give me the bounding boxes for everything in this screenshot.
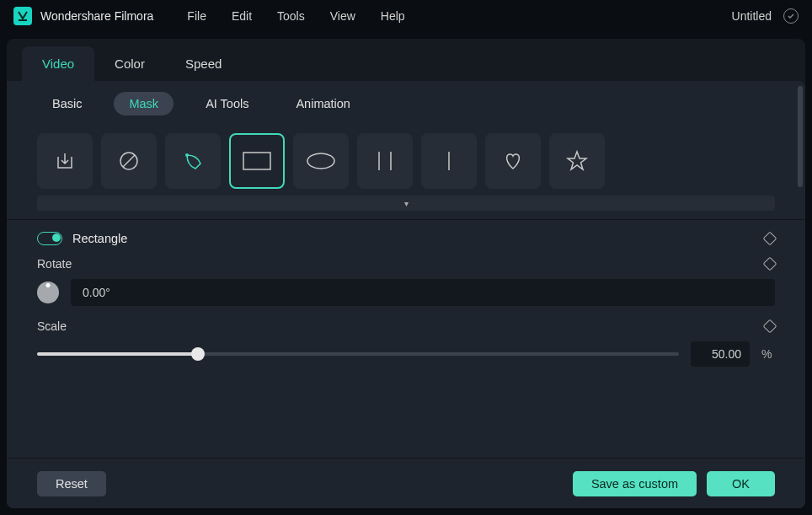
section-toggle[interactable] bbox=[37, 232, 62, 245]
tab-color[interactable]: Color bbox=[94, 46, 165, 81]
rotate-property: Rotate 0.00° bbox=[7, 257, 805, 319]
slider-thumb[interactable] bbox=[191, 347, 205, 361]
mask-pen-button[interactable] bbox=[165, 133, 221, 189]
svg-point-4 bbox=[307, 153, 334, 169]
app-name: Wondershare Filmora bbox=[40, 9, 153, 23]
menu-tools[interactable]: Tools bbox=[277, 9, 305, 23]
tab-speed[interactable]: Speed bbox=[165, 46, 242, 81]
rotate-label: Rotate bbox=[37, 257, 765, 271]
app-logo-icon bbox=[13, 7, 32, 25]
sync-status-icon[interactable] bbox=[783, 8, 799, 24]
save-custom-button[interactable]: Save as custom bbox=[573, 471, 697, 496]
svg-rect-3 bbox=[243, 153, 270, 169]
scale-unit: % bbox=[761, 347, 775, 361]
inspector-panel: Video Color Speed Basic Mask AI Tools An… bbox=[7, 39, 805, 508]
subtab-animation[interactable]: Animation bbox=[280, 92, 365, 115]
main-tabs: Video Color Speed bbox=[7, 39, 805, 81]
ok-button[interactable]: OK bbox=[707, 471, 775, 496]
content-area: Basic Mask AI Tools Animation ▾ bbox=[7, 81, 805, 508]
section-title: Rectangle bbox=[72, 232, 765, 245]
mask-double-line-button[interactable] bbox=[357, 133, 413, 189]
mask-single-line-button[interactable] bbox=[421, 133, 477, 189]
svg-point-2 bbox=[185, 153, 189, 157]
svg-line-1 bbox=[123, 155, 135, 167]
titlebar: Wondershare Filmora File Edit Tools View… bbox=[0, 0, 812, 32]
scrollbar[interactable] bbox=[798, 86, 803, 187]
tab-video[interactable]: Video bbox=[22, 46, 94, 81]
slider-fill bbox=[37, 352, 198, 356]
scale-property: Scale 50.00 % bbox=[7, 319, 805, 380]
mask-heart-button[interactable] bbox=[485, 133, 541, 189]
sub-tabs: Basic Mask AI Tools Animation bbox=[7, 81, 805, 126]
menu-view[interactable]: View bbox=[330, 9, 355, 23]
scale-value-field[interactable]: 50.00 bbox=[691, 341, 750, 367]
keyframe-icon[interactable] bbox=[763, 232, 777, 246]
menu-help[interactable]: Help bbox=[381, 9, 405, 23]
mask-ellipse-button[interactable] bbox=[293, 133, 349, 189]
bottom-bar: Reset Save as custom OK bbox=[7, 458, 805, 508]
mask-section: Rectangle bbox=[7, 219, 805, 257]
reset-button[interactable]: Reset bbox=[37, 471, 106, 496]
mask-shapes-row bbox=[7, 126, 805, 192]
scale-slider[interactable] bbox=[37, 352, 679, 356]
scale-keyframe-icon[interactable] bbox=[763, 319, 777, 334]
main-menu: File Edit Tools View Help bbox=[187, 9, 404, 23]
drag-handle[interactable]: ▾ bbox=[37, 196, 775, 211]
rotate-keyframe-icon[interactable] bbox=[763, 257, 777, 271]
document-title: Untitled bbox=[732, 9, 772, 23]
mask-import-button[interactable] bbox=[37, 133, 93, 189]
menu-file[interactable]: File bbox=[187, 9, 206, 23]
subtab-mask[interactable]: Mask bbox=[114, 92, 174, 115]
rotate-value-field[interactable]: 0.00° bbox=[71, 279, 775, 306]
section-header[interactable]: Rectangle bbox=[7, 220, 805, 257]
subtab-basic[interactable]: Basic bbox=[37, 92, 97, 115]
menu-edit[interactable]: Edit bbox=[232, 9, 252, 23]
subtab-aitools[interactable]: AI Tools bbox=[190, 92, 264, 115]
mask-none-button[interactable] bbox=[101, 133, 157, 189]
mask-star-button[interactable] bbox=[549, 133, 605, 189]
rotate-dial[interactable] bbox=[37, 282, 59, 303]
scale-label: Scale bbox=[37, 319, 765, 333]
mask-rectangle-button[interactable] bbox=[229, 133, 285, 189]
